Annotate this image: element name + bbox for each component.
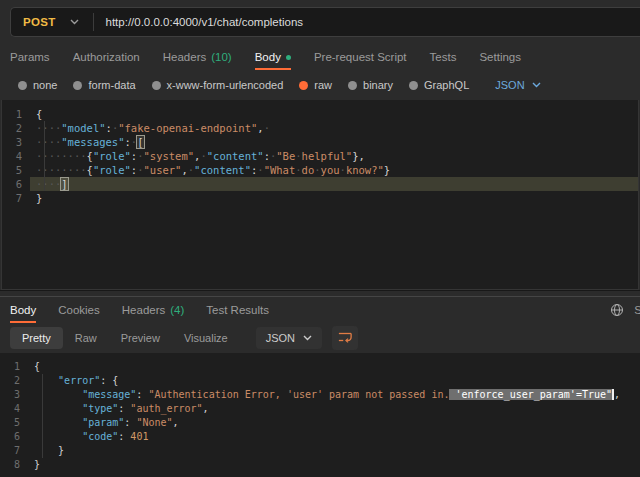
response-toolbar: Pretty Raw Preview Visualize JSON	[0, 323, 640, 353]
code-token: ,	[614, 389, 620, 400]
code-token: "fake-openai-endpoint"	[118, 122, 257, 134]
code-token: ,	[173, 417, 179, 428]
line-number: 6	[0, 430, 20, 444]
radio-binary[interactable]: binary	[348, 79, 393, 91]
radio-dot	[18, 81, 27, 90]
chevron-down-icon	[70, 19, 79, 25]
tab-response-headers[interactable]: Headers (4)	[122, 297, 185, 323]
tab-authorization[interactable]: Authorization	[73, 44, 140, 70]
line-number: 5	[2, 163, 22, 177]
tab-tests[interactable]: Tests	[430, 44, 457, 70]
code-token: [	[137, 136, 143, 148]
code-token: }	[58, 445, 64, 456]
code-line[interactable]: 1{	[0, 360, 640, 374]
code-token: "content"	[207, 150, 264, 162]
code-line[interactable]: 8}	[0, 458, 640, 472]
code-token: "role"	[93, 150, 131, 162]
code-token: ····	[36, 122, 61, 134]
code-token: helpful"	[302, 150, 353, 162]
code-token: {	[36, 108, 42, 120]
line-number: 2	[0, 374, 20, 388]
radio-dot-selected	[299, 81, 308, 90]
response-headers-count: (4)	[170, 304, 184, 316]
tab-settings[interactable]: Settings	[479, 44, 521, 70]
radio-dot	[348, 81, 357, 90]
code-token: "What	[264, 164, 296, 176]
tab-cookies[interactable]: Cookies	[58, 297, 100, 323]
tab-headers[interactable]: Headers (10)	[163, 44, 232, 70]
code-token: ]	[61, 178, 67, 190]
line-number: 3	[2, 135, 22, 149]
chevron-down-icon	[532, 82, 541, 88]
radio-dot	[152, 81, 161, 90]
code-token: know?"	[346, 164, 384, 176]
tab-pre-request-script[interactable]: Pre-request Script	[314, 44, 407, 70]
code-token: 'enforce_user_param'=True"	[449, 389, 612, 400]
radio-graphql[interactable]: GraphQL	[409, 79, 469, 91]
code-token: ·	[264, 122, 270, 134]
code-line[interactable]: 5 "param": "None",	[0, 416, 640, 430]
code-line[interactable]: 4 "type": "auth_error",	[0, 402, 640, 416]
code-token	[34, 375, 58, 386]
view-tab-visualize[interactable]: Visualize	[172, 327, 240, 349]
code-line[interactable]: 7 }	[0, 444, 640, 458]
code-token: "param"	[82, 417, 124, 428]
line-number: 1	[2, 107, 22, 121]
request-body-editor[interactable]: 1{2····"model":·"fake-openai-endpoint",·…	[1, 100, 639, 290]
code-line[interactable]: 6 "code": 401	[0, 430, 640, 444]
code-line[interactable]: 4········{"role":·"system",·"content":·"…	[2, 149, 638, 163]
code-token	[34, 445, 58, 456]
code-line[interactable]: 6····]	[2, 177, 638, 191]
line-number: 1	[0, 360, 20, 374]
wrap-lines-button[interactable]	[332, 326, 358, 350]
body-type-row: none form-data x-www-form-urlencoded raw…	[0, 70, 640, 100]
code-token: ····	[36, 178, 61, 190]
active-tab-underline	[10, 321, 36, 323]
chevron-down-icon	[303, 335, 312, 341]
globe-icon[interactable]	[610, 303, 624, 317]
radio-form-data[interactable]: form-data	[73, 79, 135, 91]
code-line[interactable]: 1{	[2, 107, 638, 121]
view-tab-raw[interactable]: Raw	[63, 327, 109, 349]
active-tab-underline	[255, 68, 291, 70]
url-input[interactable]: http://0.0.0.0:4000/v1/chat/completions	[94, 16, 304, 28]
tab-test-results[interactable]: Test Results	[206, 297, 269, 323]
view-tab-preview[interactable]: Preview	[109, 327, 172, 349]
tab-response-body[interactable]: Body	[10, 297, 36, 323]
code-line[interactable]: 3 "message": "Authentication Error, 'use…	[0, 388, 640, 402]
code-token: },	[352, 150, 365, 162]
line-number: 3	[0, 388, 20, 402]
radio-x-www-form-urlencoded[interactable]: x-www-form-urlencoded	[152, 79, 284, 91]
request-url-bar: POST http://0.0.0.0:4000/v1/chat/complet…	[0, 0, 640, 44]
code-token: "Be	[276, 150, 295, 162]
code-token: }	[36, 192, 42, 204]
code-line[interactable]: 5········{"role":·"user",·"content":·"Wh…	[2, 163, 638, 177]
radio-none[interactable]: none	[18, 79, 57, 91]
code-line[interactable]: 2····"model":·"fake-openai-endpoint",·	[2, 121, 638, 135]
code-token: }	[34, 459, 40, 470]
code-token: "message"	[82, 389, 136, 400]
response-format-select[interactable]: JSON	[256, 327, 322, 349]
code-line[interactable]: 3····"messages":·[	[2, 135, 638, 149]
radio-raw[interactable]: raw	[299, 79, 332, 91]
body-format-select[interactable]: JSON	[495, 79, 540, 91]
code-line[interactable]: 2 "error": {	[0, 374, 640, 388]
line-number: 7	[2, 191, 22, 205]
request-tabs: Params Authorization Headers (10) Body P…	[0, 44, 640, 70]
code-line[interactable]: 7}	[2, 191, 638, 205]
code-token: you	[321, 164, 340, 176]
line-number: 5	[0, 416, 20, 430]
wrap-lines-icon	[337, 330, 353, 346]
method-label: POST	[23, 16, 56, 28]
tab-params[interactable]: Params	[10, 44, 50, 70]
code-token: "auth_error"	[130, 403, 202, 414]
response-body-editor[interactable]: 1{2 "error": {3 "message": "Authenticati…	[0, 353, 640, 477]
method-select[interactable]: POST	[11, 16, 93, 28]
indent-guide	[44, 121, 45, 191]
tab-body[interactable]: Body	[255, 44, 291, 70]
view-tab-pretty[interactable]: Pretty	[10, 327, 63, 349]
code-token: "error"	[58, 375, 100, 386]
code-token: "code"	[82, 431, 118, 442]
line-number: 7	[0, 444, 20, 458]
code-token: do	[302, 164, 315, 176]
